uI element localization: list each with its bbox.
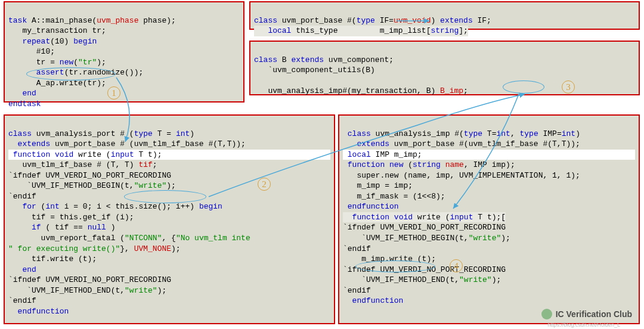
- kw: void: [55, 150, 73, 159]
- t: );: [171, 244, 181, 253]
- t: uvm_tlm_if_base # (T, T): [8, 160, 138, 169]
- t: [389, 213, 394, 222]
- kw: task: [8, 16, 27, 25]
- t: [50, 150, 55, 159]
- t: ];: [459, 26, 468, 35]
- t: T =: [153, 129, 176, 138]
- t: A::main_phase(: [27, 16, 97, 25]
- kw: class: [254, 16, 277, 25]
- t: `ifndef UVM_VERDI_NO_PORT_RECORDING: [343, 223, 506, 232]
- t: tr =: [8, 58, 60, 67]
- t: T=: [482, 129, 496, 138]
- t: `UVM_IF_METHOD_BEGIN(t,: [8, 181, 134, 190]
- t: m_imp = imp;: [343, 181, 413, 190]
- kw: function: [343, 160, 385, 169]
- kw: extends: [343, 139, 389, 148]
- t: ): [431, 16, 441, 25]
- t: [385, 160, 389, 169]
- t: (: [403, 160, 413, 169]
- ty: B_imp: [440, 86, 463, 95]
- code-box-analysis-imp: class uvm_analysis_imp #(type T=int, typ…: [338, 114, 640, 324]
- kw: null: [88, 223, 106, 232]
- t: IMP m_imp;: [371, 150, 422, 159]
- kw: extends: [8, 139, 50, 148]
- code-box-port-base: class uvm_port_base #(type IF=uvm_void) …: [249, 1, 640, 30]
- str: "No uvm_tlm inte: [176, 234, 250, 243]
- t: uvm_port_base #(uvm_tlm_if_base #(T,T));: [389, 139, 580, 148]
- kw: new: [389, 160, 403, 169]
- kw: type: [357, 16, 375, 25]
- kw: function: [343, 213, 389, 222]
- wechat-icon: [541, 309, 552, 319]
- t: uvm_port_base #(: [277, 16, 357, 25]
- kw: begin: [199, 202, 222, 211]
- ty: tif: [138, 160, 152, 169]
- str: "write": [469, 234, 501, 243]
- str: "tr": [78, 58, 97, 67]
- ellipse-2: [124, 190, 206, 203]
- t: m_if_mask = (1<<8);: [343, 192, 445, 201]
- t: uvm_analysis_imp#(my_transaction, B): [254, 86, 440, 95]
- t: ): [190, 129, 194, 138]
- t: ): [575, 129, 580, 138]
- t: );: [157, 286, 167, 295]
- str: " for executing write()": [8, 244, 120, 253]
- t: super.new (name, imp, UVM_IMPLEMENTATION…: [343, 171, 580, 180]
- t: `uvm_component_utils(B): [254, 66, 375, 75]
- hl: local this_type m_imp_list[string];: [254, 26, 468, 36]
- str: "write": [459, 275, 492, 284]
- circle-num-3: 3: [562, 80, 575, 94]
- ty: UVM_NONE: [134, 244, 171, 253]
- t: `endif: [8, 192, 36, 201]
- t: IF;: [473, 16, 491, 25]
- t: my_transaction tr;: [8, 26, 106, 35]
- str: "write": [134, 181, 167, 190]
- kw: int: [496, 129, 510, 138]
- watermark: IC Verification Club: [541, 309, 632, 319]
- code-box-task-a: task A::main_phase(uvm_phase phase); my_…: [4, 1, 244, 103]
- kw: end: [8, 89, 36, 98]
- circle-num-2: 2: [258, 178, 271, 191]
- t: );: [97, 58, 106, 67]
- t: ,: [510, 129, 520, 138]
- kw: function: [8, 150, 50, 159]
- kw: type: [134, 129, 153, 138]
- t: #10;: [8, 47, 55, 56]
- t: `ifndef UVM_VERDI_NO_PORT_RECORDING: [8, 275, 171, 284]
- ellipse-4: [355, 260, 435, 272]
- kw: string: [431, 26, 459, 35]
- kw: class: [254, 55, 277, 64]
- t: },: [120, 244, 134, 253]
- t: ;: [463, 86, 468, 95]
- watermark-text: IC Verification Club: [556, 309, 632, 319]
- t: (: [73, 58, 78, 67]
- kw: input: [111, 150, 134, 159]
- hl: local IMP m_imp;: [343, 150, 635, 160]
- t: uvm_analysis_imp #(: [371, 129, 464, 138]
- t: `UVM_IF_METHOD_END(t,: [8, 286, 125, 295]
- ellipse-3: [503, 80, 544, 94]
- t: );: [501, 234, 510, 243]
- str: "NTCONN": [125, 234, 162, 243]
- kw: new: [60, 58, 73, 67]
- t: );: [492, 275, 501, 284]
- t: tif = this.get_if (i);: [8, 213, 134, 222]
- t: T t);[: [473, 213, 506, 222]
- kw: class: [343, 129, 371, 138]
- t: ): [106, 223, 116, 232]
- kw: extends: [440, 16, 473, 25]
- kw: class: [8, 129, 32, 138]
- kw: end: [8, 265, 36, 274]
- kw: string: [413, 160, 441, 169]
- t: [441, 160, 445, 169]
- t: B: [277, 55, 291, 64]
- t: write (: [73, 150, 110, 159]
- ty: uvm_phase: [97, 16, 138, 25]
- kw: begin: [73, 37, 97, 46]
- code-box-class-b: class B extends uvm_component; `uvm_comp…: [249, 41, 640, 95]
- ty: name: [445, 160, 464, 169]
- hl: function void write (input T t);: [8, 150, 330, 160]
- t: write (: [413, 213, 450, 222]
- t: `UVM_IF_METHOD_BEGIN(t,: [343, 234, 469, 243]
- circle-num-4: 4: [450, 259, 463, 272]
